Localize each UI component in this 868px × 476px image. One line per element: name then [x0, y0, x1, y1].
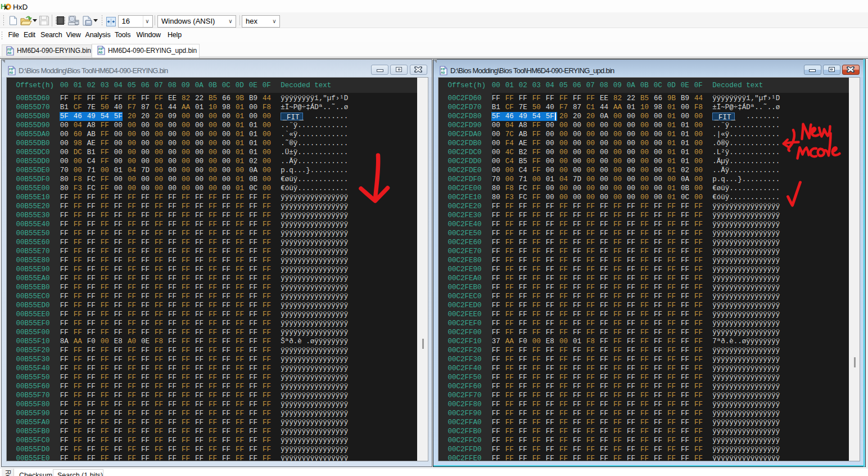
svg-text:AO: AO: [7, 51, 12, 55]
svg-text:AO: AO: [9, 71, 13, 75]
svg-text:AO: AO: [98, 51, 103, 55]
svg-text:x: x: [4, 3, 8, 11]
svg-text:AO: AO: [441, 71, 445, 75]
